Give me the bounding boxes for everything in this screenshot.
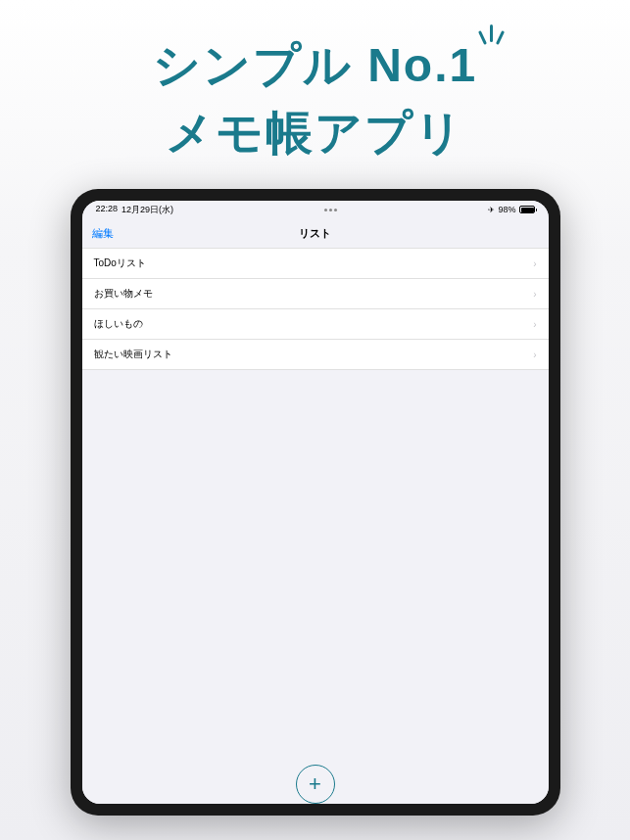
- device-screen: 22:28 12月29日(水) ✈ 98% 編集 リスト: [82, 201, 549, 804]
- chevron-right-icon: ›: [533, 289, 536, 300]
- battery-percent: 98%: [498, 205, 515, 214]
- chevron-right-icon: ›: [533, 319, 536, 330]
- promo-title-line2: メモ帳アプリ: [153, 102, 477, 164]
- list-item-label: 観たい映画リスト: [94, 348, 172, 361]
- list-item[interactable]: お買い物メモ ›: [82, 279, 549, 309]
- chevron-right-icon: ›: [533, 258, 536, 269]
- sparkle-icon: [475, 23, 505, 52]
- status-center: [324, 209, 337, 211]
- list-item[interactable]: 観たい映画リスト ›: [82, 340, 549, 370]
- status-date: 12月29日(水): [121, 204, 173, 216]
- device-frame: 22:28 12月29日(水) ✈ 98% 編集 リスト: [71, 189, 560, 816]
- status-bar: 22:28 12月29日(水) ✈ 98%: [82, 201, 549, 218]
- status-time: 22:28: [96, 204, 119, 216]
- promo-text-1: シンプル No.1: [153, 34, 477, 97]
- plus-icon: +: [309, 771, 321, 797]
- nav-title: リスト: [299, 226, 331, 241]
- list-item[interactable]: ほしいもの ›: [82, 309, 549, 340]
- battery-icon: [519, 206, 535, 213]
- add-button[interactable]: +: [296, 765, 335, 804]
- promo-title-line1: シンプル No.1: [153, 34, 477, 97]
- airplane-icon: ✈: [488, 206, 495, 214]
- status-left: 22:28 12月29日(水): [96, 204, 174, 216]
- promo-header: シンプル No.1 メモ帳アプリ: [153, 0, 477, 189]
- chevron-right-icon: ›: [533, 350, 536, 360]
- add-button-container: +: [296, 765, 335, 804]
- list-item-label: お買い物メモ: [94, 287, 153, 301]
- nav-bar: 編集 リスト: [82, 218, 549, 248]
- list-item-label: ToDoリスト: [94, 257, 146, 270]
- edit-button[interactable]: 編集: [92, 226, 114, 241]
- list-item-label: ほしいもの: [94, 317, 143, 331]
- status-right: ✈ 98%: [488, 205, 534, 214]
- list-item[interactable]: ToDoリスト ›: [82, 248, 549, 279]
- list-container: ToDoリスト › お買い物メモ › ほしいもの › 観たい映画リスト ›: [82, 248, 549, 804]
